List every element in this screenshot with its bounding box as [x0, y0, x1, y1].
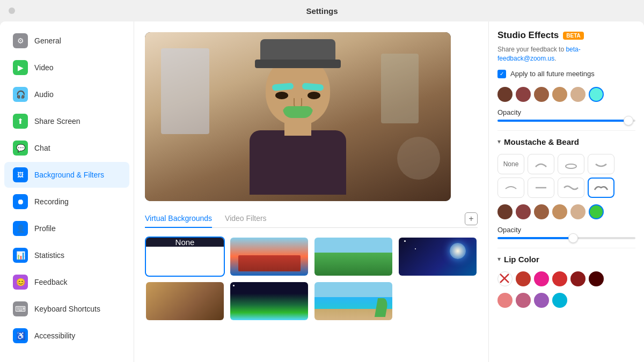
window-title: Settings	[306, 6, 338, 16]
sidebar-label-profile: Profile	[34, 224, 56, 233]
lip-color-swatches-row1	[497, 271, 635, 286]
lip-swatch-1[interactable]	[516, 271, 531, 286]
sidebar-item-chat[interactable]: 💬 Chat	[4, 135, 129, 161]
statistics-icon: 📊	[13, 248, 28, 263]
lip-swatch-7[interactable]	[516, 293, 531, 308]
apply-all-label: Apply to all future meetings	[510, 70, 595, 78]
eyebrow-opacity-slider[interactable]	[497, 120, 635, 122]
bg-beach-item[interactable]	[313, 281, 393, 321]
eyebrow-opacity-row: Opacity	[497, 108, 635, 122]
lip-swatch-9[interactable]	[552, 293, 567, 308]
moustache-swatch-1[interactable]	[497, 204, 513, 219]
sidebar-label-feedback: Feedback	[34, 278, 67, 286]
mustache-2[interactable]	[558, 154, 584, 174]
divider-2	[497, 248, 635, 248]
sidebar-label-video: Video	[34, 63, 54, 72]
beta-badge: BETA	[563, 32, 583, 40]
sidebar-label-statistics: Statistics	[34, 251, 64, 260]
tabs-bar: Virtual Backgrounds Video Filters +	[145, 210, 478, 228]
share-screen-icon: ⬆	[13, 114, 28, 129]
sidebar-item-recording[interactable]: ⏺ Recording	[4, 189, 129, 215]
general-icon: ⚙	[13, 33, 28, 48]
sidebar-item-video[interactable]: ▶ Video	[4, 55, 129, 80]
bg-none-item[interactable]: None	[145, 237, 225, 277]
eyebrow-swatch-6[interactable]	[589, 87, 604, 102]
mustache-6[interactable]	[558, 178, 584, 198]
lip-color-section-title: Lip Color	[504, 255, 539, 264]
main-content: ⚙ General ▶ Video 🎧 Audio ⬆ Share Screen…	[0, 21, 644, 362]
moustache-opacity-row: Opacity	[497, 226, 635, 239]
mustache-1[interactable]	[528, 154, 554, 174]
background-icon: 🖼	[13, 167, 28, 182]
sidebar-label-chat: Chat	[34, 144, 50, 152]
sidebar-item-statistics[interactable]: 📊 Statistics	[4, 242, 129, 268]
bg-aurora-item[interactable]	[229, 281, 309, 321]
sidebar-item-general[interactable]: ⚙ General	[4, 28, 129, 54]
lip-color-section-header[interactable]: ▾ Lip Color	[497, 255, 635, 264]
feedback-icon: 😊	[13, 275, 28, 290]
sidebar-label-share-screen: Share Screen	[34, 117, 80, 125]
eyebrow-color-swatches	[497, 87, 635, 102]
lip-swatch-2[interactable]	[534, 271, 549, 286]
lip-swatch-4[interactable]	[570, 271, 586, 286]
bg-none-label: None	[146, 238, 224, 247]
moustache-opacity-slider[interactable]	[497, 237, 635, 239]
bg-hall-item[interactable]	[145, 281, 225, 321]
title-bar: Settings	[0, 0, 644, 21]
moustache-section-header[interactable]: ▾ Moustache & Beard	[497, 137, 635, 146]
tab-virtual-backgrounds[interactable]: Virtual Backgrounds	[145, 210, 212, 228]
eyebrow-swatch-3[interactable]	[534, 87, 549, 102]
moustache-swatch-4[interactable]	[552, 204, 567, 219]
mustache-7[interactable]	[588, 178, 614, 198]
studio-effects-header: Studio Effects BETA	[497, 30, 635, 41]
backgrounds-grid-row2	[145, 281, 478, 321]
lip-swatch-8[interactable]	[534, 293, 549, 308]
sidebar-item-profile[interactable]: 👤 Profile	[4, 216, 129, 241]
apply-all-checkbox[interactable]: ✓	[497, 70, 506, 78]
keyboard-icon: ⌨	[13, 301, 28, 316]
profile-icon: 👤	[13, 221, 28, 236]
moustache-color-swatches	[497, 204, 635, 219]
mustache-3[interactable]	[588, 154, 614, 174]
eyebrow-swatch-2[interactable]	[516, 87, 531, 102]
sidebar-item-accessibility[interactable]: ♿ Accessibility	[4, 323, 129, 349]
sidebar: ⚙ General ▶ Video 🎧 Audio ⬆ Share Screen…	[0, 21, 134, 362]
moustache-swatch-5[interactable]	[570, 204, 586, 219]
moustache-swatch-2[interactable]	[516, 204, 531, 219]
moustache-opacity-label: Opacity	[497, 226, 635, 234]
lip-color-chevron-icon: ▾	[497, 255, 501, 263]
mustache-5[interactable]	[528, 178, 554, 198]
sidebar-item-keyboard-shortcuts[interactable]: ⌨ Keyboard Shortcuts	[4, 296, 129, 322]
window-close-button[interactable]	[9, 8, 15, 14]
mustache-none[interactable]: None	[497, 154, 524, 174]
bg-space-item[interactable]	[398, 237, 478, 277]
video-icon: ▶	[13, 60, 28, 75]
add-background-button[interactable]: +	[465, 212, 478, 225]
eyebrow-swatch-1[interactable]	[497, 87, 513, 102]
bg-grass-item[interactable]	[313, 237, 393, 277]
feedback-text: Share your feedback to beta-feedback@zoo…	[497, 45, 635, 63]
eyebrow-swatch-4[interactable]	[552, 87, 567, 102]
lip-color-swatches-row2	[497, 293, 635, 308]
moustache-swatch-6[interactable]	[589, 204, 604, 219]
sidebar-item-share-screen[interactable]: ⬆ Share Screen	[4, 108, 129, 134]
sidebar-item-audio[interactable]: 🎧 Audio	[4, 82, 129, 107]
lip-swatch-6[interactable]	[497, 293, 513, 308]
studio-effects-title: Studio Effects	[497, 30, 559, 41]
sidebar-item-feedback[interactable]: 😊 Feedback	[4, 269, 129, 295]
moustache-items-grid: None	[497, 154, 635, 198]
moustache-swatch-3[interactable]	[534, 204, 549, 219]
bg-bridge-item[interactable]	[229, 237, 309, 277]
lip-none-swatch[interactable]	[497, 271, 513, 286]
backgrounds-grid: None	[145, 237, 478, 277]
sidebar-label-accessibility: Accessibility	[34, 331, 75, 340]
chat-icon: 💬	[13, 141, 28, 156]
mustache-4[interactable]	[497, 178, 524, 198]
accessibility-icon: ♿	[13, 328, 28, 343]
tab-video-filters[interactable]: Video Filters	[225, 210, 267, 228]
sidebar-item-background-filters[interactable]: 🖼 Background & Filters	[4, 162, 129, 188]
lip-swatch-5[interactable]	[589, 271, 604, 286]
divider-1	[497, 130, 635, 131]
eyebrow-swatch-5[interactable]	[570, 87, 586, 102]
lip-swatch-3[interactable]	[552, 271, 567, 286]
